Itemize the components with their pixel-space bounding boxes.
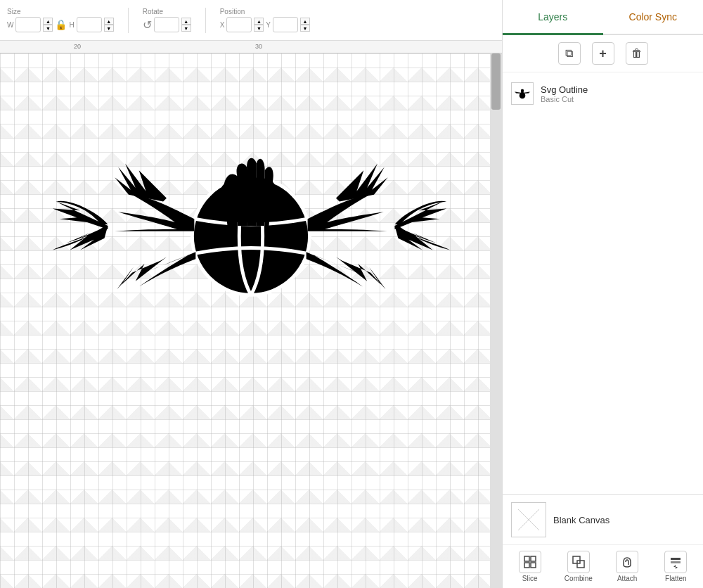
- flatten-label: Flatten: [665, 575, 687, 582]
- size-w-label: W: [7, 21, 13, 29]
- size-h-spinner[interactable]: ▲ ▼: [104, 18, 114, 32]
- position-x-input[interactable]: [226, 17, 252, 32]
- delete-icon: 🗑: [631, 47, 643, 60]
- svg-rect-11: [671, 558, 681, 560]
- size-h-down[interactable]: ▼: [104, 25, 114, 32]
- slice-label: Slice: [522, 575, 538, 582]
- panel-toolbar: ⧉ + 🗑: [503, 35, 703, 72]
- size-label: Size: [7, 8, 20, 15]
- svg-rect-8: [531, 563, 536, 568]
- layer-type: Basic Cut: [541, 95, 588, 103]
- slice-icon: [519, 551, 541, 573]
- duplicate-icon: ⧉: [565, 47, 573, 60]
- position-y-label: Y: [266, 21, 271, 29]
- size-w-spinner[interactable]: ▲ ▼: [43, 18, 53, 32]
- tab-color-sync-label: Color Sync: [629, 11, 677, 23]
- svg-rect-5: [524, 556, 529, 561]
- ruler-top: 20 30: [0, 41, 502, 53]
- svg-rect-7: [524, 563, 529, 568]
- flatten-icon: [664, 551, 687, 573]
- position-x-down[interactable]: ▼: [254, 25, 264, 32]
- position-x-label: X: [220, 21, 225, 29]
- divider2: [205, 8, 206, 33]
- layer-thumb-svg: [514, 85, 531, 102]
- lock-icon[interactable]: 🔒: [55, 19, 67, 30]
- delete-button[interactable]: 🗑: [626, 42, 648, 65]
- duplicate-button[interactable]: ⧉: [558, 42, 581, 65]
- combine-icon: [567, 551, 590, 573]
- position-input-row: X ▲ ▼ Y ▲ ▼: [220, 17, 310, 32]
- rotate-group: Rotate ↺ ▲ ▼: [143, 8, 191, 32]
- slice-button[interactable]: Slice: [512, 551, 548, 582]
- tab-layers[interactable]: Layers: [503, 0, 603, 35]
- rotate-label: Rotate: [143, 8, 163, 15]
- svg-rect-9: [573, 556, 580, 563]
- size-h-up[interactable]: ▲: [104, 18, 114, 25]
- preview-thumb-svg: [518, 509, 539, 530]
- right-panel: Layers Color Sync ⧉ + 🗑: [502, 0, 703, 588]
- tab-layers-label: Layers: [538, 11, 567, 23]
- bottom-preview[interactable]: Blank Canvas: [503, 494, 703, 544]
- size-h-label: H: [69, 21, 74, 29]
- position-y-up[interactable]: ▲: [300, 18, 310, 25]
- layer-name: Svg Outline: [541, 84, 588, 95]
- position-group: Position X ▲ ▼ Y ▲ ▼: [220, 8, 310, 32]
- panel-tabs: Layers Color Sync: [503, 0, 703, 35]
- layer-thumbnail: [511, 82, 534, 105]
- flatten-button[interactable]: Flatten: [658, 551, 693, 582]
- svg-rect-10: [577, 561, 584, 568]
- canvas-area[interactable]: 20 30: [0, 41, 502, 588]
- preview-label: Blank Canvas: [553, 515, 610, 525]
- position-x-up[interactable]: ▲: [254, 18, 264, 25]
- rotate-input-row: ↺ ▲ ▼: [143, 17, 191, 32]
- rotate-input[interactable]: [154, 17, 179, 32]
- layer-item[interactable]: Svg Outline Basic Cut: [503, 78, 703, 109]
- panel-spacer: [503, 289, 703, 494]
- size-group: Size W ▲ ▼ 🔒 H ▲ ▼: [7, 8, 114, 32]
- position-label: Position: [220, 8, 245, 15]
- attach-label: Attach: [617, 575, 637, 582]
- attach-icon: [616, 551, 638, 573]
- logo-svg[interactable]: [42, 124, 457, 328]
- size-w-down[interactable]: ▼: [43, 25, 53, 32]
- divider1: [128, 8, 129, 33]
- svg-rect-6: [531, 556, 536, 561]
- position-y-down[interactable]: ▼: [300, 25, 310, 32]
- bottom-actions: Slice Combine Attach: [503, 544, 703, 588]
- position-y-spinner[interactable]: ▲ ▼: [300, 18, 310, 32]
- layer-info: Svg Outline Basic Cut: [541, 84, 588, 103]
- add-icon: +: [599, 46, 607, 61]
- ruler-mark-20: 20: [74, 43, 81, 50]
- position-y-input[interactable]: [273, 17, 298, 32]
- scrollbar-thumb[interactable]: [491, 53, 501, 110]
- size-w-up[interactable]: ▲: [43, 18, 53, 25]
- size-h-input[interactable]: [77, 17, 102, 32]
- scrollbar-right[interactable]: [490, 53, 502, 588]
- rotate-up[interactable]: ▲: [181, 18, 191, 25]
- combine-label: Combine: [565, 575, 593, 582]
- ruler-mark-30: 30: [255, 43, 262, 50]
- attach-button[interactable]: Attach: [610, 551, 645, 582]
- tab-color-sync[interactable]: Color Sync: [603, 0, 704, 35]
- canvas-grid[interactable]: [0, 53, 490, 588]
- layers-list: Svg Outline Basic Cut: [503, 72, 703, 289]
- rotate-down[interactable]: ▼: [181, 25, 191, 32]
- rotate-spinner[interactable]: ▲ ▼: [181, 18, 191, 32]
- rotate-icon: ↺: [143, 18, 152, 32]
- main-toolbar: Size W ▲ ▼ 🔒 H ▲ ▼ Rotate ↺ ▲ ▼: [0, 0, 502, 41]
- size-w-input[interactable]: [15, 17, 41, 32]
- combine-button[interactable]: Combine: [561, 551, 596, 582]
- preview-thumbnail: [511, 502, 546, 537]
- svg-rect-12: [671, 561, 681, 563]
- position-x-spinner[interactable]: ▲ ▼: [254, 18, 264, 32]
- add-button[interactable]: +: [592, 42, 614, 65]
- size-input-row: W ▲ ▼ 🔒 H ▲ ▼: [7, 17, 114, 32]
